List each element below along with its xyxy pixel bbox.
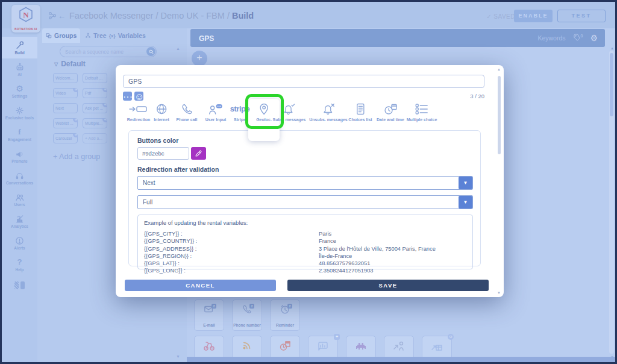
sequence-chip[interactable]: Carousel∞ <box>53 133 78 143</box>
modal-scrollbar-thumb[interactable] <box>498 76 501 154</box>
date-time-icon <box>383 102 398 116</box>
sidebar-item-settings[interactable]: ⚙ Settings <box>2 80 37 102</box>
example-title: Example of updating the rental variables… <box>144 219 466 226</box>
link-badge-icon: ∞ <box>73 118 78 122</box>
add-block-button[interactable]: + <box>192 51 207 66</box>
export-icon <box>431 340 443 352</box>
tab-multiple-choice[interactable]: Multiple choice <box>407 102 437 122</box>
block-edit-modal: ··· ☺ 3 / 20 Redirection Internet Phone … <box>116 65 504 297</box>
dashboard-back-icon[interactable]: ← <box>48 11 66 20</box>
sequence-chip[interactable]: Next <box>53 103 78 113</box>
sidebar-item-promote[interactable]: Promote <box>2 145 37 167</box>
group-header-default[interactable]: ▽ Default <box>54 60 86 68</box>
redirection-after-validation-label: Redirection after validation <box>137 166 472 173</box>
sequence-search <box>60 46 157 57</box>
sequence-chip[interactable]: Welcom... <box>53 73 78 83</box>
modal-scroll-up-arrow[interactable]: ▲ <box>496 67 502 71</box>
tab-variables[interactable]: {x} Variables <box>105 28 149 43</box>
link-badge-icon: ∞ <box>73 133 78 137</box>
chart-icon <box>15 215 24 224</box>
variable-name: {{GPS_ADDRESS}} : <box>144 245 319 253</box>
variable-value: 48.85637579632051 <box>319 260 466 267</box>
easter-egg-icon <box>355 340 367 352</box>
modal-scrollbar[interactable]: ▲ ▼ <box>496 67 502 295</box>
sequence-chip[interactable]: Pdf∞ <box>83 88 107 98</box>
sidebar-item-conversations[interactable]: Conversations <box>2 167 37 189</box>
bell-check-icon <box>283 102 296 116</box>
tab-groups[interactable]: Groups <box>42 28 80 43</box>
tab-redirection[interactable]: Redirection <box>125 102 152 122</box>
scheduler-icon <box>279 340 291 352</box>
breadcrumb-path[interactable]: Facebook Messenger / Demo UK - FBM / <box>69 11 232 20</box>
collapse-icon: ▽ <box>54 61 58 67</box>
sequence-chip[interactable]: Default ... <box>83 73 107 83</box>
keyboard-icon[interactable]: ··· <box>123 92 132 101</box>
statistics-icon <box>317 340 329 352</box>
add-sequence-chip[interactable]: + Add a... <box>83 133 107 143</box>
annotation-highlight-box <box>245 94 284 129</box>
tab-date-and-time[interactable]: Date and time <box>377 102 404 122</box>
variable-value: France <box>319 237 466 245</box>
choices-list-icon <box>354 102 367 116</box>
sidebar-item-alerts[interactable]: Alerts <box>2 232 37 254</box>
tab-user-input[interactable]: User Input <box>205 102 227 122</box>
scroll-up-arrow[interactable]: ▲ <box>610 46 614 50</box>
canvas-scrollbar[interactable] <box>609 51 614 354</box>
redirection-dropdown[interactable]: Next ▼ <box>137 176 473 190</box>
bottom-scroll-strip[interactable] <box>187 357 615 362</box>
botnation-logo[interactable]: N BOTNATION AI <box>11 5 40 33</box>
variable-name: {{GPS_LONG}} : <box>144 267 319 274</box>
color-picker-button[interactable] <box>191 147 206 160</box>
enable-button[interactable]: ENABLE <box>514 10 553 22</box>
modal-scroll-down-arrow[interactable]: ▼ <box>496 291 502 295</box>
redirection-icon <box>125 102 152 116</box>
tool-card-phone-number[interactable]: f Phone number <box>232 300 262 331</box>
save-button[interactable]: SAVE <box>287 280 489 291</box>
sidebar-item-build[interactable]: Build <box>2 37 37 58</box>
sequence-chip[interactable]: Video∞ <box>53 88 78 98</box>
wrench-icon <box>15 40 25 50</box>
cancel-button[interactable]: CANCEL <box>125 280 276 291</box>
search-input[interactable] <box>65 47 137 56</box>
sidebar-item-engagement[interactable]: f Engagement <box>2 124 37 145</box>
panel-scroll-down-arrow[interactable]: ▼ <box>176 354 180 359</box>
sequence-chip[interactable]: Weblist ...∞ <box>53 118 78 128</box>
bell-x-icon <box>322 102 335 116</box>
tool-card-email[interactable]: f E-mail <box>194 300 224 331</box>
block-title-input[interactable] <box>123 75 484 88</box>
tab-internet[interactable]: Internet <box>154 102 169 122</box>
search-button[interactable] <box>146 47 155 56</box>
buttons-color-input[interactable] <box>137 147 189 160</box>
add-group-button[interactable]: + Add a group <box>53 152 100 161</box>
keywords-label[interactable]: Keywords <box>537 34 565 42</box>
variables-icon: {x} <box>109 33 116 39</box>
language-flags[interactable] <box>2 275 37 297</box>
robot-icon <box>15 62 25 72</box>
sidebar-item-ai[interactable]: AI <box>2 58 37 80</box>
tool-card-reminder[interactable]: f Reminder <box>270 300 300 331</box>
scrollbar-thumb[interactable] <box>610 53 613 116</box>
user-input-icon <box>207 102 225 116</box>
mode-dropdown[interactable]: Full ▼ <box>137 195 473 209</box>
app-window: N BOTNATION AI ← Facebook Messenger / De… <box>0 0 617 364</box>
tab-phone-call[interactable]: Phone call <box>176 102 197 122</box>
variable-value: 3 Place de l'Hôtel de Ville, 75004 Paris… <box>319 245 466 253</box>
chevron-down-icon: ▼ <box>459 196 472 209</box>
tab-choices-list[interactable]: Choices list <box>348 102 372 122</box>
sidebar-item-help[interactable]: ? Help <box>2 254 37 275</box>
sequence-chip[interactable]: Ask pet ...∞ <box>83 103 107 113</box>
rss-icon <box>242 340 252 351</box>
alert-icon <box>15 236 24 245</box>
sidebar-item-analytics[interactable]: Analytics <box>2 210 37 232</box>
variable-name: {{GPS_COUNTRY}} : <box>144 237 319 245</box>
panel-scroll-up-arrow[interactable]: ▲ <box>176 46 180 51</box>
sequence-chip[interactable]: Multiple...∞ <box>83 118 107 128</box>
test-button[interactable]: TEST <box>557 10 606 22</box>
sidebar-item-users[interactable]: Users <box>2 189 37 210</box>
sidebar-item-exclusive-tools[interactable]: Exclusive tools <box>2 102 37 124</box>
emoji-icon[interactable]: ☺ <box>134 92 143 101</box>
keywords-tag-icon[interactable]: 0 <box>573 33 583 43</box>
sequence-settings-icon[interactable]: ⚙ <box>590 33 598 43</box>
tab-unsubs-messages[interactable]: Unsubs. messages <box>309 102 347 122</box>
facebook-icon: f <box>18 127 20 137</box>
